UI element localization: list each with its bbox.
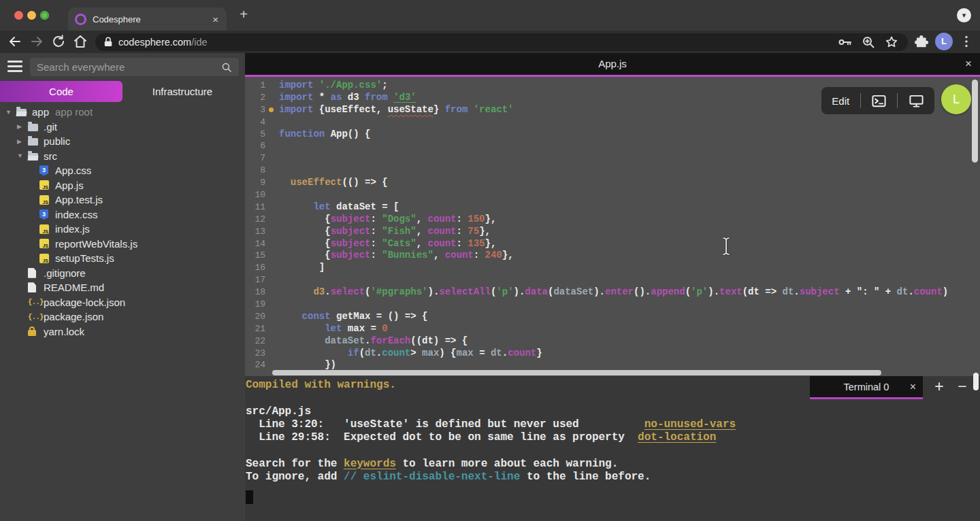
terminal-link[interactable]: no-unused-vars: [644, 418, 736, 431]
code-line[interactable]: 10: [245, 189, 980, 201]
downloads-chevron-icon[interactable]: ▾: [957, 8, 971, 22]
code-line[interactable]: 15 {subject: "Bunnies", count: 240},: [245, 250, 980, 262]
user-avatar[interactable]: L: [941, 84, 971, 114]
line-number: 13: [245, 226, 265, 238]
tree-item-app[interactable]: ▼appapp root: [0, 105, 245, 120]
tree-item-app-test-js[interactable]: JSApp.test.js: [0, 192, 245, 207]
tree-item-setuptests-js[interactable]: JSsetupTests.js: [0, 251, 245, 266]
terminal-close-icon[interactable]: ×: [910, 381, 916, 393]
browser-window: Codesphere × + ▾ codesphere.com/ide: [0, 0, 980, 521]
code-line[interactable]: 4: [245, 116, 980, 129]
tree-item-label: yarn.lock: [44, 326, 84, 337]
address-bar[interactable]: codesphere.com/ide: [95, 33, 908, 51]
tree-item--git[interactable]: ▶.git: [0, 120, 245, 135]
line-number: 22: [245, 335, 265, 348]
password-key-icon[interactable]: [837, 34, 853, 50]
tree-item-label: App.js: [55, 180, 84, 191]
forward-button[interactable]: [29, 33, 45, 50]
terminal-link[interactable]: dot-location: [638, 431, 716, 443]
line-number: 20: [245, 311, 265, 323]
browser-profile-avatar[interactable]: L: [935, 33, 953, 50]
code-line[interactable]: 6: [245, 140, 980, 152]
terminal-panel[interactable]: Compiled with warnings.src/App.js Line 3…: [245, 376, 980, 521]
preview-monitor-icon[interactable]: [909, 93, 924, 109]
vertical-scrollbar[interactable]: [972, 80, 978, 163]
code-line[interactable]: 20 const getMax = () => {: [245, 311, 980, 323]
editor-tab-appjs[interactable]: App.js: [245, 53, 980, 75]
code-text: if(dt.count> max) {max = dt.count}: [279, 348, 542, 360]
code-line[interactable]: 9 useEffect(() => {: [245, 177, 980, 189]
code-line[interactable]: 16 ]: [245, 262, 980, 274]
browser-menu-dots-icon[interactable]: [958, 33, 975, 50]
code-line[interactable]: 8: [245, 165, 980, 177]
hamburger-menu-icon[interactable]: [7, 61, 22, 73]
tree-item-label: src: [44, 150, 57, 162]
folder-icon: [28, 122, 39, 131]
tree-item--gitignore[interactable]: .gitignore: [0, 266, 245, 281]
code-line[interactable]: 7: [245, 152, 980, 165]
file-icon: [28, 282, 39, 292]
search-input[interactable]: [30, 58, 239, 76]
editor-close-icon[interactable]: ×: [962, 53, 975, 75]
tab-infrastructure[interactable]: Infrastructure: [122, 81, 242, 102]
tree-item-app-css[interactable]: 3App.css: [0, 163, 245, 178]
code-text: {subject: "Fish", count: 75},: [279, 226, 491, 238]
chevron-expanded-icon[interactable]: ▼: [5, 109, 16, 116]
line-number: 6: [245, 140, 265, 152]
code-line[interactable]: 18 d3.select('#pgraphs').selectAll('p').…: [245, 286, 980, 299]
tree-item-index-css[interactable]: 3index.css: [0, 207, 245, 222]
close-window-icon[interactable]: [14, 11, 23, 20]
folder-open-icon: [28, 152, 39, 161]
bookmark-star-icon[interactable]: [883, 34, 900, 50]
extensions-puzzle-icon[interactable]: [913, 33, 930, 50]
tree-item-reportwebvitals-js[interactable]: JSreportWebVitals.js: [0, 237, 245, 252]
search-icon[interactable]: [220, 61, 233, 73]
code-line[interactable]: 21 let max = 0: [245, 323, 980, 335]
code-editor[interactable]: 1import './App.css';2import * as d3 from…: [245, 77, 980, 376]
new-tab-button[interactable]: +: [235, 6, 252, 22]
chevron-collapsed-icon[interactable]: ▶: [17, 123, 28, 130]
code-line[interactable]: 5function App() {: [245, 129, 980, 141]
tree-item-package-lock-json[interactable]: {..}package-lock.json: [0, 295, 245, 310]
terminal-link[interactable]: keywords: [344, 458, 396, 470]
chevron-expanded-icon[interactable]: ▼: [17, 152, 28, 159]
tree-item-yarn-lock[interactable]: yarn.lock: [0, 324, 245, 339]
code-line[interactable]: 23 if(dt.count> max) {max = dt.count}: [245, 348, 980, 360]
terminal-tab[interactable]: Terminal 0 ×: [810, 376, 923, 397]
tree-item-package-json[interactable]: {..}package.json: [0, 309, 245, 324]
lock-icon[interactable]: [102, 36, 114, 48]
add-terminal-button[interactable]: +: [931, 377, 947, 396]
tab-code[interactable]: Code: [0, 81, 122, 102]
tree-item-app-js[interactable]: JSApp.js: [0, 178, 245, 193]
tree-item-src[interactable]: ▼src: [0, 149, 245, 164]
line-number: 1: [245, 80, 265, 92]
browser-tab[interactable]: Codesphere ×: [68, 7, 227, 31]
terminal-scrollbar[interactable]: [973, 373, 979, 390]
code-line[interactable]: 13 {subject: "Fish", count: 75},: [245, 226, 980, 238]
zoom-page-icon[interactable]: [860, 34, 877, 50]
home-button[interactable]: [72, 33, 88, 50]
code-line[interactable]: 12 {subject: "Dogs", count: 150},: [245, 214, 980, 226]
reload-button[interactable]: [50, 33, 67, 50]
code-line[interactable]: 19: [245, 299, 980, 311]
edit-mode-button[interactable]: Edit: [832, 95, 849, 107]
code-line[interactable]: 14 {subject: "Cats", count: 135},: [245, 238, 980, 250]
chevron-collapsed-icon[interactable]: ▶: [17, 138, 28, 145]
tree-item-label: .git: [44, 121, 57, 133]
code-line[interactable]: 22 dataSet.forEach((dt) => {: [245, 335, 980, 348]
horizontal-scrollbar[interactable]: [272, 370, 881, 375]
code-line[interactable]: 11 let dataSet = [: [245, 201, 980, 214]
line-number: 3: [245, 104, 265, 116]
minimize-terminal-button[interactable]: −: [954, 377, 970, 396]
tree-item-index-js[interactable]: JSindex.js: [0, 222, 245, 237]
code-line[interactable]: 17: [245, 274, 980, 286]
minimize-window-icon[interactable]: [27, 11, 36, 20]
terminal-line: Compiled with warnings.: [246, 379, 736, 392]
tab-close-icon[interactable]: ×: [211, 14, 220, 25]
tree-item-public[interactable]: ▶public: [0, 134, 245, 149]
divider: [860, 93, 861, 108]
tree-item-readme-md[interactable]: README.md: [0, 280, 245, 295]
back-button[interactable]: [7, 33, 23, 50]
fullscreen-window-icon[interactable]: [40, 11, 49, 20]
terminal-toggle-icon[interactable]: [871, 93, 887, 109]
